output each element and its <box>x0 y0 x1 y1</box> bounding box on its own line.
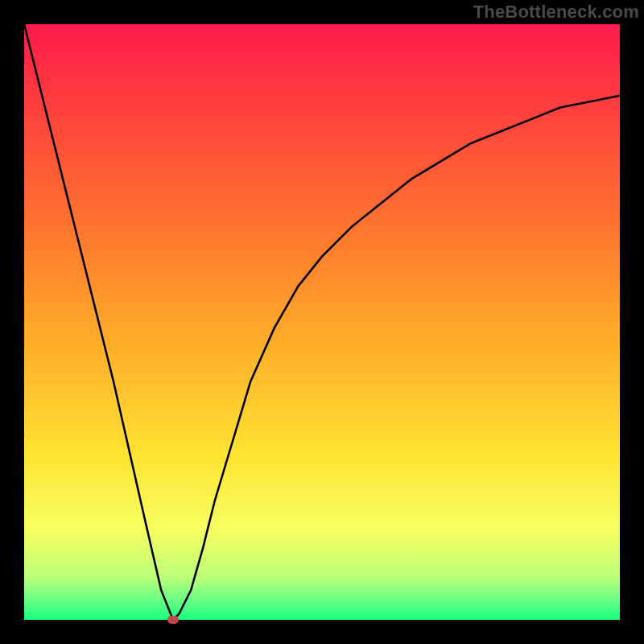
chart-frame: TheBottleneck.com <box>0 0 644 644</box>
curve-layer <box>24 24 620 620</box>
bottleneck-curve <box>24 24 620 620</box>
plot-area <box>24 24 620 620</box>
watermark-text: TheBottleneck.com <box>473 2 639 23</box>
min-marker <box>167 616 179 624</box>
